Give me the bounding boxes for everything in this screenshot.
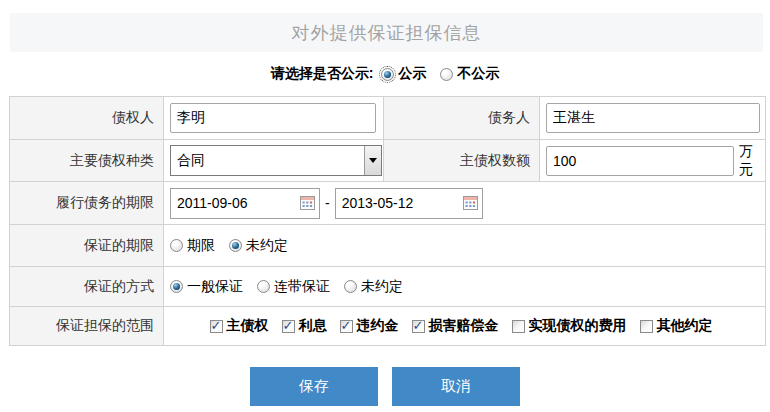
checkbox-label-penalty[interactable]: 违约金 <box>357 317 399 335</box>
guarantee-form-table: 债权人 债务人 主要债权种类 合同 主债权数额 万元 履行债务的期限 <box>9 96 766 346</box>
checkbox-label-realization-costs[interactable]: 实现债权的费用 <box>529 317 627 335</box>
checkbox-option-damages[interactable]: 损害赔偿金 <box>412 317 499 335</box>
radio-label-period-unagreed[interactable]: 未约定 <box>246 237 288 255</box>
checkbox-option-realization-costs[interactable]: 实现债权的费用 <box>512 317 627 335</box>
period-start-value[interactable]: 2011-09-06 <box>177 195 300 211</box>
debtor-input[interactable] <box>546 103 760 133</box>
checkbox-option-penalty[interactable]: 违约金 <box>340 317 399 335</box>
debtor-label: 债务人 <box>384 97 540 140</box>
checkbox-option-other-agreements[interactable]: 其他约定 <box>640 317 713 335</box>
radio-label-fixed-period[interactable]: 期限 <box>187 237 215 255</box>
checkbox-label-damages[interactable]: 损害赔偿金 <box>429 317 499 335</box>
action-buttons: 保存 取消 <box>0 367 770 406</box>
save-button[interactable]: 保存 <box>250 367 378 406</box>
radio-option-period-unagreed[interactable]: 未约定 <box>229 237 288 255</box>
page-title: 对外提供保证担保信息 <box>292 21 482 45</box>
chevron-down-icon[interactable] <box>364 146 381 175</box>
checkbox-icon-realization-costs[interactable] <box>512 320 525 333</box>
guarantee-scope-label: 保证担保的范围 <box>10 307 164 346</box>
period-start-datepicker[interactable]: 2011-09-06 <box>170 188 320 219</box>
radio-option-not-public[interactable]: 不公示 <box>440 65 499 83</box>
page-header: 对外提供保证担保信息 <box>10 13 763 52</box>
row-type-amount: 主要债权种类 合同 主债权数额 万元 <box>10 140 766 182</box>
radio-label-not-public[interactable]: 不公示 <box>457 65 499 83</box>
row-guarantee-scope: 保证担保的范围 主债权 利息 违约金 损害赔偿金 <box>10 307 766 346</box>
checkbox-label-principal-claim[interactable]: 主债权 <box>227 317 269 335</box>
row-guarantee-method: 保证的方式 一般保证 连带保证 未约定 <box>10 267 766 307</box>
calendar-icon[interactable] <box>300 196 315 210</box>
period-end-datepicker[interactable]: 2013-05-12 <box>335 188 483 219</box>
radio-option-joint-guarantee[interactable]: 连带保证 <box>257 278 330 296</box>
radio-icon-fixed-period[interactable] <box>170 239 183 252</box>
debt-type-select[interactable]: 合同 <box>170 145 382 176</box>
guarantee-method-label: 保证的方式 <box>10 267 164 307</box>
radio-option-method-unagreed[interactable]: 未约定 <box>344 278 403 296</box>
radio-icon-general-guarantee[interactable] <box>170 280 183 293</box>
debt-amount-input[interactable] <box>546 146 734 176</box>
radio-icon-period-unagreed[interactable] <box>229 239 242 252</box>
checkbox-icon-penalty[interactable] <box>340 320 353 333</box>
calendar-icon[interactable] <box>463 196 478 210</box>
debt-type-label: 主要债权种类 <box>10 140 164 182</box>
checkbox-option-interest[interactable]: 利息 <box>282 317 327 335</box>
radio-label-method-unagreed[interactable]: 未约定 <box>361 278 403 296</box>
cancel-button[interactable]: 取消 <box>392 367 520 406</box>
debt-amount-unit: 万元 <box>739 143 765 179</box>
radio-option-fixed-period[interactable]: 期限 <box>170 237 215 255</box>
row-performance-period: 履行债务的期限 2011-09-06 - 2013-05-12 <box>10 182 766 225</box>
radio-label-public[interactable]: 公示 <box>398 65 426 83</box>
checkbox-icon-principal-claim[interactable] <box>210 320 223 333</box>
checkbox-option-principal-claim[interactable]: 主债权 <box>210 317 269 335</box>
radio-label-joint-guarantee[interactable]: 连带保证 <box>274 278 330 296</box>
radio-option-general-guarantee[interactable]: 一般保证 <box>170 278 243 296</box>
radio-label-general-guarantee[interactable]: 一般保证 <box>187 278 243 296</box>
publicity-choice-row: 请选择是否公示: 公示 不公示 <box>0 63 770 85</box>
debt-type-selected-value: 合同 <box>171 146 364 175</box>
guarantee-period-label: 保证的期限 <box>10 225 164 267</box>
radio-icon-joint-guarantee[interactable] <box>257 280 270 293</box>
checkbox-icon-other-agreements[interactable] <box>640 320 653 333</box>
radio-icon-not-public[interactable] <box>440 68 453 81</box>
checkbox-icon-damages[interactable] <box>412 320 425 333</box>
radio-icon-public[interactable] <box>381 68 394 81</box>
checkbox-icon-interest[interactable] <box>282 320 295 333</box>
debt-amount-label: 主债权数额 <box>384 140 540 182</box>
performance-period-label: 履行债务的期限 <box>10 182 164 225</box>
creditor-label: 债权人 <box>10 97 164 140</box>
radio-option-public[interactable]: 公示 <box>381 65 426 83</box>
date-range-separator: - <box>325 195 330 211</box>
row-creditor-debtor: 债权人 债务人 <box>10 97 766 140</box>
publicity-prompt: 请选择是否公示: <box>271 65 374 83</box>
creditor-input[interactable] <box>170 103 376 133</box>
row-guarantee-period: 保证的期限 期限 未约定 <box>10 225 766 267</box>
checkbox-label-interest[interactable]: 利息 <box>299 317 327 335</box>
radio-icon-method-unagreed[interactable] <box>344 280 357 293</box>
checkbox-label-other-agreements[interactable]: 其他约定 <box>657 317 713 335</box>
period-end-value[interactable]: 2013-05-12 <box>342 195 463 211</box>
